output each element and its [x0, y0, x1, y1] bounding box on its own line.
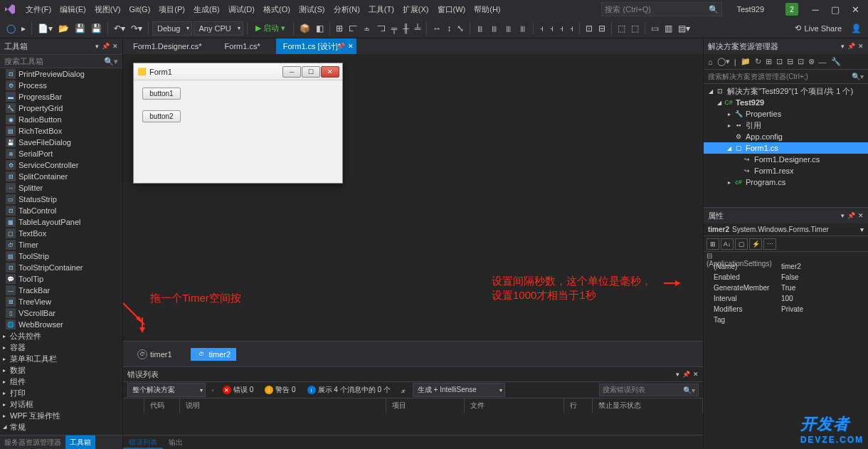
prop-category[interactable]: ⊟ (ApplicationSettings) [704, 252, 778, 263]
tab-output[interactable]: 输出 [163, 435, 189, 449]
redo-button[interactable]: ↷▾ [129, 22, 144, 35]
menu-file[interactable]: 文件(F) [21, 2, 55, 17]
misc-icon[interactable]: ▥ [662, 22, 674, 35]
account-icon[interactable]: 👤 [849, 22, 864, 35]
start-debug-button[interactable]: ▶ 启动 ▾ [251, 21, 290, 35]
toolbox-item[interactable]: ▤ToolStrip [0, 250, 122, 262]
toolbox-item[interactable]: ⊟SplitContainer [0, 171, 122, 182]
spacing-icon[interactable]: ⫞ [547, 22, 556, 35]
spacing-icon[interactable]: ⫼ [502, 22, 515, 35]
platform-combo[interactable]: Any CPU [194, 21, 243, 36]
doc-tab[interactable]: Form1.Designer.cs* [126, 38, 218, 54]
align-icon[interactable]: ╧ [413, 22, 423, 35]
pin-icon[interactable]: 📌 [847, 43, 855, 50]
spacing-icon[interactable]: ⫼ [517, 22, 529, 35]
live-share-button[interactable]: ⟲ Live Share [789, 22, 847, 34]
tree-properties[interactable]: ▸🔧Properties [704, 108, 868, 120]
tree-resx[interactable]: ↪Form1.resx [704, 165, 868, 176]
size-icon[interactable]: ⤡ [455, 22, 466, 35]
menu-tools[interactable]: 工具(T) [364, 2, 398, 17]
toolbar-icon[interactable]: ⊡ [796, 56, 805, 67]
menu-git[interactable]: Git(G) [125, 3, 154, 16]
tree-form[interactable]: ◢▢Form1.cs [704, 142, 868, 154]
center-icon[interactable]: ⊡ [583, 22, 595, 35]
toolbox-category[interactable]: 打印 [0, 387, 122, 398]
toolbox-item[interactable]: —TrackBar [0, 285, 122, 296]
toolbox-item[interactable]: ⊡TabControl [0, 205, 122, 216]
dropdown-icon[interactable]: ▾ [676, 371, 679, 378]
menu-edit[interactable]: 编辑(E) [55, 2, 90, 17]
form-designer[interactable]: 🟨 Form1 ─ ☐ ✕ button1 button2 拖一个Timer空间… [123, 54, 703, 341]
toolbox-search-input[interactable]: 搜索工具箱🔍▾ [0, 54, 122, 68]
col-desc[interactable]: 说明 [180, 398, 386, 413]
toolbar-icon[interactable]: ⊟ [785, 56, 795, 67]
close-icon[interactable]: ✕ [858, 212, 864, 219]
prop-row[interactable]: (Name)timer2 [704, 263, 868, 273]
back-button[interactable]: ◯ [4, 22, 18, 35]
dropdown-icon[interactable]: ▾ [841, 43, 845, 50]
menu-format[interactable]: 格式(O) [259, 2, 295, 17]
pin-icon[interactable]: 📌 [102, 43, 110, 50]
prop-row[interactable]: EnabledFalse [704, 273, 868, 284]
close-icon[interactable]: ✕ [693, 371, 699, 378]
toolbox-category[interactable]: 容器 [0, 342, 122, 353]
design-button1[interactable]: button1 [142, 88, 181, 100]
filter-icon[interactable]: 𝓍 [399, 384, 407, 396]
toolbox-item[interactable]: ▦TableLayoutPanel [0, 216, 122, 228]
props-icon[interactable]: ▢ [735, 238, 748, 250]
toolbox-item[interactable]: ◉RadioButton [0, 114, 122, 125]
toolbox-category[interactable]: 数据 [0, 364, 122, 376]
toolbox-category[interactable]: WPF 互操作性 [0, 410, 122, 421]
tree-program[interactable]: ▸c#Program.cs [704, 176, 868, 188]
close-icon[interactable]: ✕ [858, 43, 864, 50]
global-search-input[interactable]: 搜索 (Ctrl+Q)🔍 [601, 2, 722, 16]
open-button[interactable]: 📂 [56, 22, 71, 35]
pin-icon[interactable]: 📌 [682, 371, 690, 378]
toolbar-icon[interactable]: ⋯ [763, 238, 776, 250]
toolbox-item[interactable]: ⊞TreeView [0, 296, 122, 307]
undo-button[interactable]: ↶▾ [112, 22, 127, 35]
close-icon[interactable]: ✕ [112, 43, 118, 50]
prop-row[interactable]: Tag [704, 316, 868, 327]
menu-project[interactable]: 项目(P) [154, 2, 189, 17]
align-icon[interactable]: ⊞ [334, 22, 345, 35]
close-button[interactable]: ✕ [845, 2, 865, 16]
misc-icon[interactable]: ▭ [649, 22, 661, 35]
forward-button[interactable]: ▸ [19, 22, 28, 35]
form-close-button[interactable]: ✕ [321, 66, 339, 78]
pin-icon[interactable]: 📌 [847, 212, 855, 219]
dropdown-icon[interactable]: ▾ [95, 43, 99, 50]
toolbox-item[interactable]: ⊕SerialPort [0, 148, 122, 159]
toolbox-list[interactable]: ⊡PrintPreviewDialog ⚙Process ▬ProgressBa… [0, 68, 122, 435]
spacing-icon[interactable]: ⫞ [567, 22, 576, 35]
center-icon[interactable]: ⊟ [596, 22, 608, 35]
align-icon[interactable]: ╤ [389, 22, 400, 35]
minimize-button[interactable]: ─ [805, 2, 825, 16]
toolbox-item[interactable]: 🔧PropertyGrid [0, 102, 122, 114]
col-code[interactable]: 代码 [144, 398, 180, 413]
dropdown-icon[interactable]: ▾ [841, 212, 845, 219]
prop-row[interactable]: ModifiersPrivate [704, 305, 868, 316]
col-project[interactable]: 项目 [386, 398, 465, 413]
menu-debug[interactable]: 调试(D) [224, 2, 259, 17]
col-suppress[interactable]: 禁止显示状态 [593, 398, 703, 413]
tray-timer1[interactable]: ⏱timer1 [132, 348, 178, 361]
menu-analyze[interactable]: 分析(N) [329, 2, 364, 17]
toolbar-icon[interactable]: ↻ [753, 56, 763, 67]
toolbox-item[interactable]: ▢TextBox [0, 228, 122, 239]
toolbox-item[interactable]: ⊡ToolStripContainer [0, 262, 122, 273]
toolbox-item[interactable]: ⚙ServiceController [0, 159, 122, 171]
toolbox-item[interactable]: ⊡PrintPreviewDialog [0, 68, 122, 80]
solution-tree[interactable]: ◢⊡解决方案"Test929"(1 个项目/共 1 个) ◢C#Test929 … [704, 84, 868, 207]
toolbox-category[interactable]: 公共控件 [0, 330, 122, 342]
doc-tab[interactable]: Form1.cs* [218, 38, 276, 54]
toolbox-category[interactable]: 组件 [0, 376, 122, 387]
spacing-icon[interactable]: ⫼ [488, 22, 501, 35]
col-file[interactable]: 文件 [465, 398, 564, 413]
scope-combo[interactable]: 整个解决方案 [127, 383, 206, 397]
toolbox-item[interactable]: ▭StatusStrip [0, 194, 122, 205]
align-icon[interactable]: ╫ [401, 22, 411, 35]
spacing-icon[interactable]: ⫼ [474, 22, 487, 35]
warnings-toggle[interactable]: !警告 0 [262, 384, 298, 396]
messages-toggle[interactable]: i展示 4 个消息中的 0 个 [305, 384, 393, 396]
